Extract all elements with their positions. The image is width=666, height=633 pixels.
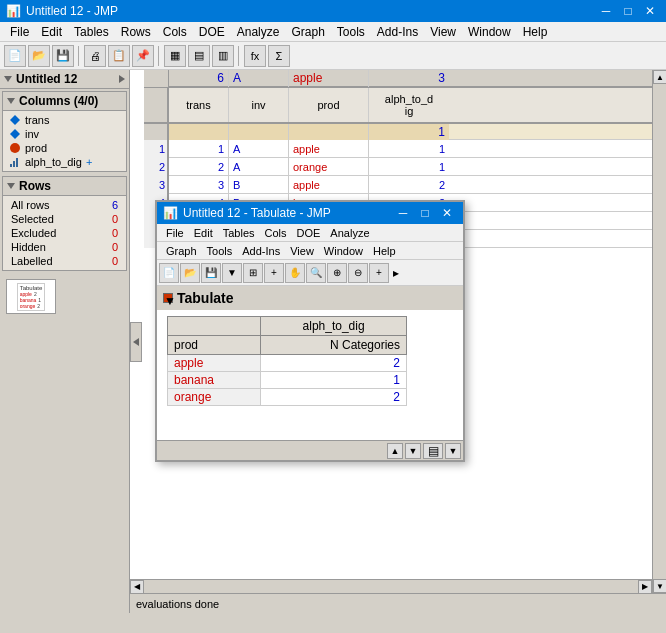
tab-toolbar-btn7[interactable]: ✋ [285,263,305,283]
tabulate-menu-tables[interactable]: Tables [218,226,260,240]
menu-analyze[interactable]: Analyze [231,24,286,40]
toolbar-table3[interactable]: ▥ [212,45,234,67]
scroll-up-btn[interactable]: ▲ [653,70,666,84]
tabulate-menu-doe[interactable]: DOE [292,226,326,240]
cell-2-inv[interactable]: A [229,158,289,176]
toolbar-save[interactable]: 💾 [52,45,74,67]
toolbar-paste[interactable]: 📌 [132,45,154,67]
tabulate-menu-window[interactable]: Window [319,244,368,258]
toolbar-table1[interactable]: ▦ [164,45,186,67]
menu-file[interactable]: File [4,24,35,40]
menu-help[interactable]: Help [517,24,554,40]
row-stat-labelled-label: Labelled [11,255,53,267]
tab-toolbar-btn9[interactable]: ⊕ [327,263,347,283]
tabulate-minimize-btn[interactable]: ─ [393,203,413,223]
table-expand-btn[interactable] [4,76,12,82]
col-header-trans[interactable]: trans [169,88,229,122]
tab-toolbar-btn1[interactable]: 📄 [159,263,179,283]
toolbar-copy[interactable]: 📋 [108,45,130,67]
cell-2-trans[interactable]: 2 [169,158,229,176]
cell-3-trans[interactable]: 3 [169,176,229,194]
row-stat-allrows-label: All rows [11,199,50,211]
scroll-left-btn[interactable]: ◀ [130,580,144,594]
tab-toolbar-btn11[interactable]: + [369,263,389,283]
tab-scroll-down[interactable]: ▼ [405,443,421,459]
menu-view[interactable]: View [424,24,462,40]
row-stat-allrows: All rows 6 [7,198,122,212]
tabulate-menu-graph[interactable]: Graph [161,244,202,258]
toolbar-table2[interactable]: ▤ [188,45,210,67]
tabulate-section-expand[interactable]: ▼ [163,293,173,303]
menu-addins[interactable]: Add-Ins [371,24,424,40]
cell-3-prod[interactable]: apple [289,176,369,194]
minimize-button[interactable]: ─ [596,1,616,21]
tabulate-toolbar-expand[interactable]: ▸ [390,266,402,280]
toolbar-new[interactable]: 📄 [4,45,26,67]
tab-toolbar-btn6[interactable]: + [264,263,284,283]
toolbar-print[interactable]: 🖨 [84,45,106,67]
cell-1-prod[interactable]: apple [289,140,369,158]
tabulate-menu-edit[interactable]: Edit [189,226,218,240]
cell-2-alph[interactable]: 1 [369,158,449,176]
tabulate-maximize-btn[interactable]: □ [415,203,435,223]
tabulate-menu-cols[interactable]: Cols [260,226,292,240]
toolbar-func1[interactable]: fx [244,45,266,67]
row-stat-hidden: Hidden 0 [7,240,122,254]
menu-doe[interactable]: DOE [193,24,231,40]
tabulate-menu-view[interactable]: View [285,244,319,258]
menu-cols[interactable]: Cols [157,24,193,40]
left-nav-arrow[interactable] [130,322,142,362]
tabulate-menu-analyze[interactable]: Analyze [325,226,374,240]
menu-rows[interactable]: Rows [115,24,157,40]
tab-toolbar-btn3[interactable]: 💾 [201,263,221,283]
col-item-prod[interactable]: prod [7,141,122,155]
cell-3-alph[interactable]: 2 [369,176,449,194]
menu-edit[interactable]: Edit [35,24,68,40]
tabulate-menu-tools[interactable]: Tools [202,244,238,258]
vertical-scrollbar[interactable]: ▲ ▼ [652,70,666,593]
cell-1-trans[interactable]: 1 [169,140,229,158]
col-plus-alph_to_dig[interactable]: + [86,156,92,168]
tab-view-options[interactable]: ▤ [423,443,443,459]
cell-2-prod[interactable]: orange [289,158,369,176]
col-item-inv[interactable]: inv [7,127,122,141]
tab-toolbar-btn2[interactable]: 📂 [180,263,200,283]
tab-toolbar-btn8[interactable]: 🔍 [306,263,326,283]
row-stat-selected: Selected 0 [7,212,122,226]
maximize-button[interactable]: □ [618,1,638,21]
tab-toolbar-btn4[interactable]: ▼ [222,263,242,283]
tab-dropdown[interactable]: ▼ [445,443,461,459]
table-nav-right[interactable] [119,75,125,83]
tabulate-menu-2: Graph Tools Add-Ins View Window Help [157,242,463,260]
tab-toolbar-btn10[interactable]: ⊖ [348,263,368,283]
tabulate-close-btn[interactable]: ✕ [437,203,457,223]
col-item-alph_to_dig[interactable]: alph_to_dig + [7,155,122,169]
menu-graph[interactable]: Graph [285,24,330,40]
tabulate-menu-file[interactable]: File [161,226,189,240]
toolbar-func2[interactable]: Σ [268,45,290,67]
preview-area: Tabulate apple2 banana1 orange2 [0,273,129,320]
tab-scroll-up[interactable]: ▲ [387,443,403,459]
col-header-prod[interactable]: prod [289,88,369,122]
rows-header[interactable]: Rows [3,177,126,196]
col-item-trans[interactable]: trans [7,113,122,127]
toolbar-open[interactable]: 📂 [28,45,50,67]
menu-tables[interactable]: Tables [68,24,115,40]
close-button[interactable]: ✕ [640,1,660,21]
col-icon-trans [9,114,21,126]
scroll-right-btn[interactable]: ▶ [638,580,652,594]
col-header-inv[interactable]: inv [229,88,289,122]
cell-1-inv[interactable]: A [229,140,289,158]
cell-3-inv[interactable]: B [229,176,289,194]
tab-toolbar-btn5[interactable]: ⊞ [243,263,263,283]
tabulate-menu-addins[interactable]: Add-Ins [237,244,285,258]
horizontal-scrollbar[interactable]: ◀ ▶ [130,579,652,593]
columns-header[interactable]: Columns (4/0) [3,92,126,111]
tabulate-menu-help[interactable]: Help [368,244,401,258]
menu-tools[interactable]: Tools [331,24,371,40]
col-header-alph_to_dig[interactable]: alph_to_d ig [369,88,449,122]
menu-window[interactable]: Window [462,24,517,40]
tab-label-banana: banana [168,372,261,389]
scroll-down-btn[interactable]: ▼ [653,579,666,593]
cell-1-alph[interactable]: 1 [369,140,449,158]
